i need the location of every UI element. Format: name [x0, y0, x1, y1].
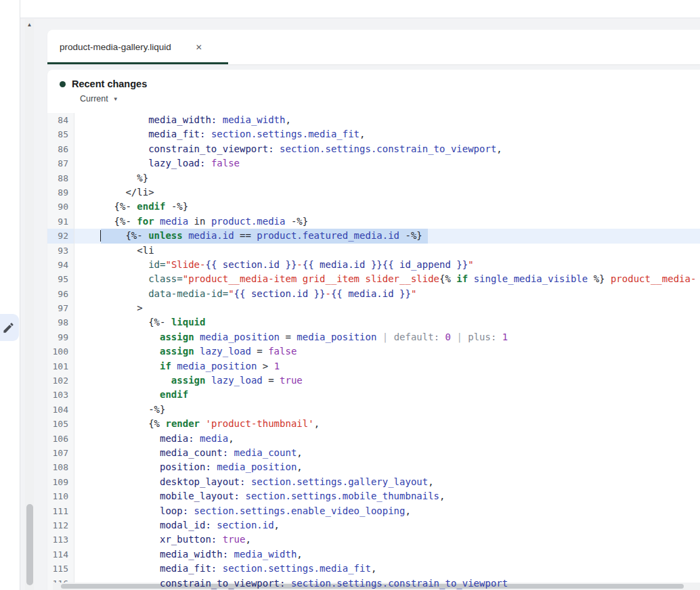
left-panel-edge	[0, 0, 20, 590]
recent-changes-title: Recent changes	[72, 78, 147, 89]
code-text: assign media_position = media_position |…	[80, 332, 508, 342]
unsaved-changes-dot	[60, 81, 66, 87]
code-text: constrain_to_viewport: section.settings.…	[80, 578, 508, 589]
code-line[interactable]: 103 endif	[47, 388, 700, 402]
version-label: Current	[80, 94, 108, 104]
chevron-down-icon: ▼	[113, 96, 118, 102]
editor-tab-bar: product-media-gallery.liquid ✕	[47, 30, 700, 64]
line-number: 112	[47, 518, 74, 532]
tab-product-media-gallery[interactable]: product-media-gallery.liquid ✕	[47, 30, 215, 64]
code-text: endif	[80, 389, 188, 400]
code-line[interactable]: 107 media_count: media_count,	[47, 446, 700, 460]
code-line[interactable]: 97 >	[47, 301, 700, 315]
pencil-icon	[2, 321, 15, 334]
line-number: 93	[47, 244, 74, 258]
code-line[interactable]: 105 {% render 'product-thumbnail',	[47, 417, 700, 431]
code-line[interactable]: 99 assign media_position = media_positio…	[47, 330, 700, 344]
code-text: {%- endif -%}	[80, 201, 188, 212]
code-line[interactable]: 115 media_fit: section.settings.media_fi…	[47, 562, 700, 576]
code-text: media_fit: section.settings.media_fit,	[80, 129, 365, 139]
code-line[interactable]: 91 {%- for media in product.media -%}	[47, 214, 700, 229]
line-number: 103	[47, 388, 74, 402]
code-editor-page: ▲ product-media-gallery.liquid ✕ Recent …	[0, 0, 700, 590]
code-line[interactable]: 104 -%}	[47, 403, 700, 417]
code-line[interactable]: 87 lazy_load: false	[47, 156, 700, 171]
line-number: 85	[47, 127, 74, 141]
tab-close-icon[interactable]: ✕	[196, 43, 202, 51]
code-line[interactable]: 114 media_width: media_width,	[47, 547, 700, 562]
line-number: 84	[47, 113, 74, 127]
line-number: 89	[47, 185, 74, 200]
code-line[interactable]: 108 position: media_position,	[47, 460, 700, 474]
code-text: modal_id: section.id,	[80, 520, 280, 530]
line-number: 108	[47, 460, 74, 474]
line-number: 95	[47, 272, 74, 286]
line-number: 114	[47, 547, 74, 562]
code-line[interactable]: 96 data-media-id="{{ section.id }}-{{ me…	[47, 287, 700, 301]
code-line[interactable]: 95 class="product__media-item grid__item…	[47, 272, 700, 286]
code-text: {% render 'product-thumbnail',	[80, 418, 320, 429]
code-line[interactable]: 102 assign lazy_load = true	[47, 373, 700, 388]
code-text: desktop_layout: section.settings.gallery…	[80, 476, 434, 487]
code-line[interactable]: 85 media_fit: section.settings.media_fit…	[47, 127, 700, 141]
code-line[interactable]: 90 {%- endif -%}	[47, 200, 700, 214]
code-line[interactable]: 101 if media_position > 1	[47, 359, 700, 373]
code-text: assign lazy_load = false	[80, 346, 297, 357]
code-line[interactable]: 113 xr_button: true,	[47, 532, 700, 547]
code-text: media_count: media_count,	[80, 447, 303, 458]
code-text: {%- unless media.id == product.featured_…	[80, 230, 422, 241]
code-line[interactable]: 98 {%- liquid	[47, 315, 700, 330]
code-line[interactable]: 106 media: media,	[47, 432, 700, 446]
line-number: 105	[47, 417, 74, 431]
code-line[interactable]: 86 constrain_to_viewport: section.settin…	[47, 142, 700, 156]
code-text: >	[80, 302, 143, 313]
line-number: 97	[47, 301, 74, 315]
code-text: {%- for media in product.media -%}	[80, 216, 308, 227]
recent-changes-header: Recent changes Current ▼	[47, 70, 700, 113]
code-line[interactable]: 94 id="Slide-{{ section.id }}-{{ media.i…	[47, 258, 700, 272]
vertical-scrollbar-thumb[interactable]	[26, 504, 33, 585]
active-tab-underline	[47, 62, 228, 64]
line-number: 96	[47, 287, 74, 301]
line-number: 110	[47, 489, 74, 503]
code-line[interactable]: 92 {%- unless media.id == product.featur…	[47, 229, 700, 243]
code-line[interactable]: 111 loop: section.settings.enable_video_…	[47, 504, 700, 518]
code-text: constrain_to_viewport: section.settings.…	[80, 143, 502, 154]
line-number: 101	[47, 359, 74, 373]
code-text: xr_button: true,	[80, 534, 251, 545]
line-number: 86	[47, 142, 74, 156]
scroll-up-arrow-icon[interactable]: ▲	[25, 22, 34, 28]
code-line[interactable]: 109 desktop_layout: section.settings.gal…	[47, 475, 700, 489]
code-text: mobile_layout: section.settings.mobile_t…	[80, 491, 445, 501]
code-text: </li>	[80, 187, 154, 198]
edit-pencil-button[interactable]	[0, 314, 19, 341]
code-lines[interactable]: 84 media_width: media_width,85 media_fit…	[47, 113, 700, 590]
code-line[interactable]: 88 %}	[47, 171, 700, 185]
code-line[interactable]: 112 modal_id: section.id,	[47, 518, 700, 532]
line-number: 106	[47, 432, 74, 446]
version-dropdown[interactable]: Current ▼	[80, 94, 118, 104]
text-cursor	[100, 230, 102, 242]
code-text: media: media,	[80, 433, 234, 444]
code-text: media_width: media_width,	[80, 549, 303, 560]
code-line[interactable]: 93 <li	[47, 244, 700, 258]
code-line[interactable]: 89 </li>	[47, 185, 700, 200]
code-text: <li	[80, 245, 154, 256]
line-number: 107	[47, 446, 74, 460]
line-number: 98	[47, 315, 74, 330]
line-number: 115	[47, 562, 74, 576]
line-number: 99	[47, 330, 74, 344]
code-line[interactable]: 110 mobile_layout: section.settings.mobi…	[47, 489, 700, 503]
code-text: position: media_position,	[80, 461, 303, 472]
top-bar	[20, 0, 700, 18]
code-line[interactable]: 84 media_width: media_width,	[47, 113, 700, 127]
code-text: media_width: media_width,	[80, 114, 291, 125]
line-number: 90	[47, 200, 74, 214]
line-number: 113	[47, 532, 74, 547]
vertical-scrollbar[interactable]: ▲	[25, 19, 34, 590]
code-text: media_fit: section.settings.media_fit,	[80, 563, 376, 574]
line-number: 91	[47, 214, 74, 229]
code-text: if media_position > 1	[80, 361, 280, 371]
code-text: loop: section.settings.enable_video_loop…	[80, 505, 411, 516]
code-line[interactable]: 100 assign lazy_load = false	[47, 344, 700, 359]
